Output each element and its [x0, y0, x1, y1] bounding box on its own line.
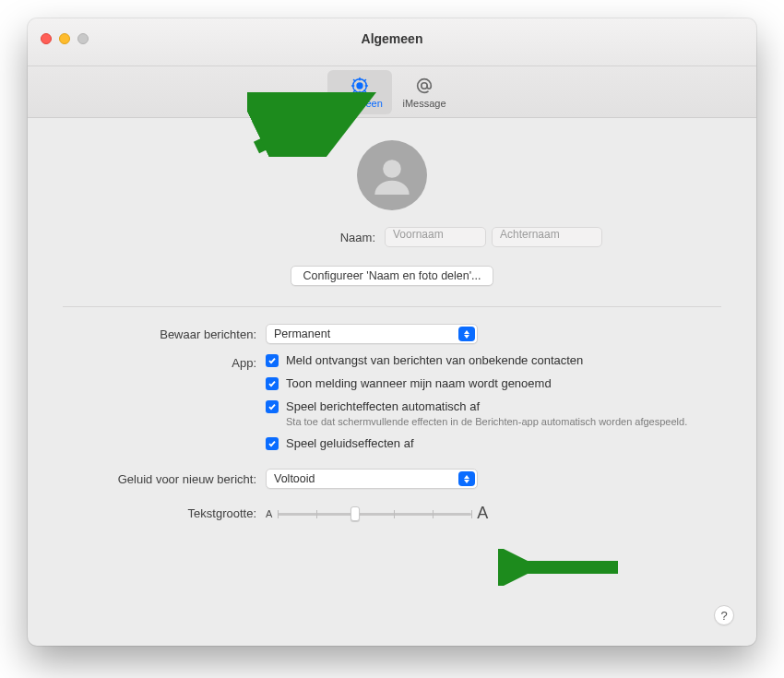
checkbox-sound-effects[interactable]: [266, 437, 279, 450]
content-area: Naam: Voornaam Achternaam Configureer 'N…: [28, 118, 756, 551]
gear-icon: [350, 76, 370, 96]
text-size-small-a: A: [266, 508, 272, 519]
titlebar: Algemeen: [28, 18, 756, 66]
name-label: Naam:: [182, 231, 385, 244]
checkbox-notify-unknown[interactable]: [266, 354, 279, 367]
divider: [63, 306, 721, 307]
configure-name-photo-button[interactable]: Configureer 'Naam en foto delen'...: [291, 266, 493, 286]
checkbox-mention-name-label: Toon melding wanneer mijn naam wordt gen…: [286, 376, 552, 390]
svg-point-2: [422, 83, 427, 89]
chevron-updown-icon: [458, 471, 475, 486]
tab-imessage[interactable]: iMessage: [392, 70, 457, 114]
checkbox-auto-effects-sub: Sta toe dat schermvullende effecten in d…: [286, 416, 687, 427]
tab-general-label: Algemeen: [337, 98, 383, 109]
app-label: App:: [63, 356, 266, 370]
checkbox-sound-effects-label: Speel geluidseffecten af: [286, 436, 414, 450]
new-message-sound-select[interactable]: Voltooid: [266, 469, 478, 489]
keep-messages-label: Bewaar berichten:: [63, 327, 266, 341]
window-title: Algemeen: [28, 31, 756, 46]
tab-imessage-label: iMessage: [402, 98, 445, 109]
svg-point-0: [357, 83, 362, 89]
new-message-sound-label: Geluid voor nieuw bericht:: [63, 472, 266, 486]
text-size-large-a: A: [477, 504, 488, 523]
svg-point-3: [383, 160, 401, 178]
avatar[interactable]: [357, 140, 427, 210]
annotation-arrow: [498, 549, 627, 586]
preferences-window: Algemeen Algemeen iMessage: [28, 18, 756, 646]
keep-messages-select[interactable]: Permanent: [266, 324, 478, 344]
checkbox-auto-effects-label: Speel berichteffecten automatisch af: [286, 399, 687, 413]
tab-general[interactable]: Algemeen: [327, 70, 392, 114]
text-size-label: Tekstgrootte:: [63, 506, 266, 520]
toolbar-tabs: Algemeen iMessage: [28, 66, 756, 118]
checkbox-notify-unknown-label: Meld ontvangst van berichten van onbeken…: [286, 353, 583, 367]
chevron-updown-icon: [458, 327, 475, 341]
checkbox-auto-effects[interactable]: [266, 400, 279, 413]
checkbox-mention-name[interactable]: [266, 377, 279, 390]
first-name-field[interactable]: Voornaam: [385, 227, 486, 247]
last-name-field[interactable]: Achternaam: [492, 227, 602, 247]
help-button[interactable]: ?: [714, 605, 734, 625]
text-size-slider[interactable]: [278, 506, 471, 522]
at-icon: [414, 76, 434, 96]
